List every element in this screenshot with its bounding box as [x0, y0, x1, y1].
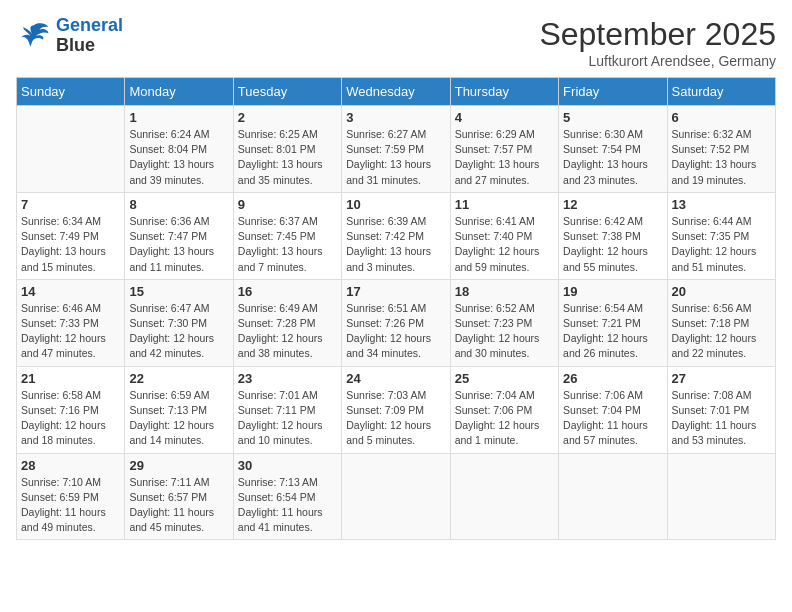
- day-detail: Sunrise: 6:54 AMSunset: 7:21 PMDaylight:…: [563, 301, 662, 362]
- calendar-cell: [450, 453, 558, 540]
- logo-icon: [16, 18, 52, 54]
- calendar-cell: 22Sunrise: 6:59 AMSunset: 7:13 PMDayligh…: [125, 366, 233, 453]
- day-detail: Sunrise: 6:37 AMSunset: 7:45 PMDaylight:…: [238, 214, 337, 275]
- day-number: 14: [21, 284, 120, 299]
- calendar-cell: [559, 453, 667, 540]
- calendar-cell: 20Sunrise: 6:56 AMSunset: 7:18 PMDayligh…: [667, 279, 775, 366]
- day-number: 30: [238, 458, 337, 473]
- calendar-cell: 13Sunrise: 6:44 AMSunset: 7:35 PMDayligh…: [667, 192, 775, 279]
- day-number: 4: [455, 110, 554, 125]
- calendar-cell: 26Sunrise: 7:06 AMSunset: 7:04 PMDayligh…: [559, 366, 667, 453]
- weekday-header-saturday: Saturday: [667, 78, 775, 106]
- calendar-cell: 9Sunrise: 6:37 AMSunset: 7:45 PMDaylight…: [233, 192, 341, 279]
- day-number: 16: [238, 284, 337, 299]
- calendar-cell: 21Sunrise: 6:58 AMSunset: 7:16 PMDayligh…: [17, 366, 125, 453]
- calendar-week-1: 1Sunrise: 6:24 AMSunset: 8:04 PMDaylight…: [17, 106, 776, 193]
- day-detail: Sunrise: 6:29 AMSunset: 7:57 PMDaylight:…: [455, 127, 554, 188]
- calendar-week-3: 14Sunrise: 6:46 AMSunset: 7:33 PMDayligh…: [17, 279, 776, 366]
- day-number: 23: [238, 371, 337, 386]
- day-number: 18: [455, 284, 554, 299]
- day-number: 28: [21, 458, 120, 473]
- day-detail: Sunrise: 6:42 AMSunset: 7:38 PMDaylight:…: [563, 214, 662, 275]
- day-number: 9: [238, 197, 337, 212]
- weekday-header-row: SundayMondayTuesdayWednesdayThursdayFrid…: [17, 78, 776, 106]
- day-detail: Sunrise: 7:01 AMSunset: 7:11 PMDaylight:…: [238, 388, 337, 449]
- weekday-header-sunday: Sunday: [17, 78, 125, 106]
- day-detail: Sunrise: 6:25 AMSunset: 8:01 PMDaylight:…: [238, 127, 337, 188]
- day-number: 13: [672, 197, 771, 212]
- weekday-header-tuesday: Tuesday: [233, 78, 341, 106]
- logo-line1: General: [56, 15, 123, 35]
- calendar-cell: 29Sunrise: 7:11 AMSunset: 6:57 PMDayligh…: [125, 453, 233, 540]
- logo-line2: Blue: [56, 36, 123, 56]
- calendar-cell: 14Sunrise: 6:46 AMSunset: 7:33 PMDayligh…: [17, 279, 125, 366]
- day-detail: Sunrise: 6:44 AMSunset: 7:35 PMDaylight:…: [672, 214, 771, 275]
- calendar-cell: 2Sunrise: 6:25 AMSunset: 8:01 PMDaylight…: [233, 106, 341, 193]
- calendar-cell: 12Sunrise: 6:42 AMSunset: 7:38 PMDayligh…: [559, 192, 667, 279]
- day-number: 29: [129, 458, 228, 473]
- day-number: 26: [563, 371, 662, 386]
- day-number: 27: [672, 371, 771, 386]
- day-detail: Sunrise: 7:04 AMSunset: 7:06 PMDaylight:…: [455, 388, 554, 449]
- day-number: 24: [346, 371, 445, 386]
- day-detail: Sunrise: 6:56 AMSunset: 7:18 PMDaylight:…: [672, 301, 771, 362]
- calendar-week-4: 21Sunrise: 6:58 AMSunset: 7:16 PMDayligh…: [17, 366, 776, 453]
- day-detail: Sunrise: 6:32 AMSunset: 7:52 PMDaylight:…: [672, 127, 771, 188]
- calendar-cell: 25Sunrise: 7:04 AMSunset: 7:06 PMDayligh…: [450, 366, 558, 453]
- calendar-cell: 30Sunrise: 7:13 AMSunset: 6:54 PMDayligh…: [233, 453, 341, 540]
- day-detail: Sunrise: 6:49 AMSunset: 7:28 PMDaylight:…: [238, 301, 337, 362]
- calendar-cell: 18Sunrise: 6:52 AMSunset: 7:23 PMDayligh…: [450, 279, 558, 366]
- day-number: 6: [672, 110, 771, 125]
- logo: General Blue: [16, 16, 123, 56]
- calendar-cell: 7Sunrise: 6:34 AMSunset: 7:49 PMDaylight…: [17, 192, 125, 279]
- calendar-cell: [17, 106, 125, 193]
- day-number: 10: [346, 197, 445, 212]
- calendar-cell: 1Sunrise: 6:24 AMSunset: 8:04 PMDaylight…: [125, 106, 233, 193]
- day-number: 2: [238, 110, 337, 125]
- day-detail: Sunrise: 6:46 AMSunset: 7:33 PMDaylight:…: [21, 301, 120, 362]
- day-detail: Sunrise: 6:59 AMSunset: 7:13 PMDaylight:…: [129, 388, 228, 449]
- calendar-cell: 5Sunrise: 6:30 AMSunset: 7:54 PMDaylight…: [559, 106, 667, 193]
- day-detail: Sunrise: 6:51 AMSunset: 7:26 PMDaylight:…: [346, 301, 445, 362]
- month-title: September 2025: [539, 16, 776, 53]
- calendar-cell: 19Sunrise: 6:54 AMSunset: 7:21 PMDayligh…: [559, 279, 667, 366]
- calendar-cell: 8Sunrise: 6:36 AMSunset: 7:47 PMDaylight…: [125, 192, 233, 279]
- day-detail: Sunrise: 7:10 AMSunset: 6:59 PMDaylight:…: [21, 475, 120, 536]
- day-detail: Sunrise: 6:52 AMSunset: 7:23 PMDaylight:…: [455, 301, 554, 362]
- day-detail: Sunrise: 6:41 AMSunset: 7:40 PMDaylight:…: [455, 214, 554, 275]
- day-detail: Sunrise: 6:27 AMSunset: 7:59 PMDaylight:…: [346, 127, 445, 188]
- day-number: 25: [455, 371, 554, 386]
- day-detail: Sunrise: 7:03 AMSunset: 7:09 PMDaylight:…: [346, 388, 445, 449]
- day-number: 7: [21, 197, 120, 212]
- page-header: General Blue September 2025 Luftkurort A…: [16, 16, 776, 69]
- calendar-cell: [667, 453, 775, 540]
- day-number: 22: [129, 371, 228, 386]
- weekday-header-friday: Friday: [559, 78, 667, 106]
- day-detail: Sunrise: 6:39 AMSunset: 7:42 PMDaylight:…: [346, 214, 445, 275]
- day-number: 8: [129, 197, 228, 212]
- calendar-cell: 11Sunrise: 6:41 AMSunset: 7:40 PMDayligh…: [450, 192, 558, 279]
- day-detail: Sunrise: 6:58 AMSunset: 7:16 PMDaylight:…: [21, 388, 120, 449]
- calendar-cell: 3Sunrise: 6:27 AMSunset: 7:59 PMDaylight…: [342, 106, 450, 193]
- calendar-cell: 10Sunrise: 6:39 AMSunset: 7:42 PMDayligh…: [342, 192, 450, 279]
- title-block: September 2025 Luftkurort Arendsee, Germ…: [539, 16, 776, 69]
- calendar-cell: 24Sunrise: 7:03 AMSunset: 7:09 PMDayligh…: [342, 366, 450, 453]
- day-number: 21: [21, 371, 120, 386]
- day-number: 12: [563, 197, 662, 212]
- day-number: 15: [129, 284, 228, 299]
- calendar-cell: 16Sunrise: 6:49 AMSunset: 7:28 PMDayligh…: [233, 279, 341, 366]
- calendar-cell: 28Sunrise: 7:10 AMSunset: 6:59 PMDayligh…: [17, 453, 125, 540]
- weekday-header-wednesday: Wednesday: [342, 78, 450, 106]
- day-detail: Sunrise: 6:36 AMSunset: 7:47 PMDaylight:…: [129, 214, 228, 275]
- weekday-header-thursday: Thursday: [450, 78, 558, 106]
- day-detail: Sunrise: 6:34 AMSunset: 7:49 PMDaylight:…: [21, 214, 120, 275]
- calendar-cell: 23Sunrise: 7:01 AMSunset: 7:11 PMDayligh…: [233, 366, 341, 453]
- calendar-cell: 4Sunrise: 6:29 AMSunset: 7:57 PMDaylight…: [450, 106, 558, 193]
- day-number: 3: [346, 110, 445, 125]
- day-number: 20: [672, 284, 771, 299]
- location: Luftkurort Arendsee, Germany: [539, 53, 776, 69]
- day-number: 11: [455, 197, 554, 212]
- calendar-week-5: 28Sunrise: 7:10 AMSunset: 6:59 PMDayligh…: [17, 453, 776, 540]
- calendar-cell: 17Sunrise: 6:51 AMSunset: 7:26 PMDayligh…: [342, 279, 450, 366]
- calendar-cell: 6Sunrise: 6:32 AMSunset: 7:52 PMDaylight…: [667, 106, 775, 193]
